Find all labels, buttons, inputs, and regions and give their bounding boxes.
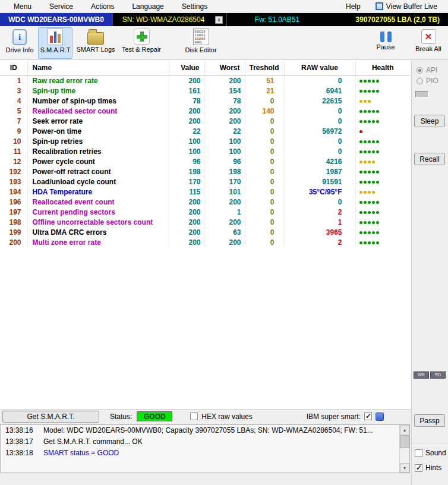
table-row[interactable]: 194HDA Temperature115101035°C/95°F bbox=[0, 187, 410, 197]
attr-name: Load/unload cycle count bbox=[27, 177, 169, 187]
menu-item-actions[interactable]: Actions bbox=[82, 0, 123, 12]
ibm-super-smart-label: IBM super smart: bbox=[307, 412, 361, 421]
drive-info-button[interactable]: i Drive Info bbox=[2, 27, 37, 59]
menu-item-menu[interactable]: Menu bbox=[5, 0, 40, 12]
health-dot bbox=[368, 80, 371, 83]
attr-health bbox=[355, 227, 410, 237]
break-all-button[interactable]: ✕ Break All bbox=[411, 27, 446, 59]
view-buffer-live-button[interactable]: View Buffer Live bbox=[370, 2, 443, 11]
table-row[interactable]: 198Offline uncorrectable sectors count20… bbox=[0, 217, 410, 227]
drive-info-label: Drive Info bbox=[5, 46, 33, 53]
attr-health bbox=[355, 197, 410, 207]
table-row[interactable]: 7Seek error rate20020000 bbox=[0, 116, 410, 126]
health-dot bbox=[372, 80, 375, 83]
attr-value: 22 bbox=[169, 126, 204, 136]
scrollbar-thumb[interactable] bbox=[400, 435, 409, 448]
ibm-blue-indicator[interactable] bbox=[376, 412, 384, 421]
drive-capacity: 3907027055 LBA (2,0 TB) bbox=[327, 13, 448, 26]
table-row[interactable]: 11Recalibration retries10010000 bbox=[0, 146, 410, 156]
attr-value: 200 bbox=[169, 227, 204, 237]
attr-id: 196 bbox=[0, 197, 27, 207]
health-dot bbox=[372, 160, 375, 163]
activity-led-indicator bbox=[415, 91, 428, 97]
health-dot bbox=[372, 181, 375, 184]
passp-button[interactable]: Passp bbox=[414, 414, 445, 427]
ibm-super-smart-option[interactable]: IBM super smart: bbox=[307, 412, 384, 421]
attr-treshold: 0 bbox=[245, 96, 284, 106]
health-dot bbox=[364, 181, 367, 184]
table-row[interactable]: 1Raw read error rate200200510 bbox=[0, 75, 410, 86]
scroll-down-icon[interactable]: ▼ bbox=[400, 463, 409, 473]
health-dot bbox=[376, 181, 379, 184]
log-scrollbar[interactable]: ▲ ▼ bbox=[399, 425, 409, 473]
table-row[interactable]: 12Power cycle count969604216 bbox=[0, 156, 410, 166]
attr-worst: 154 bbox=[204, 86, 245, 96]
table-row[interactable]: 3Spin-up time161154216941 bbox=[0, 86, 410, 96]
attr-worst: 170 bbox=[204, 177, 245, 187]
rd-tiny-button[interactable]: RD bbox=[430, 371, 446, 379]
sound-option[interactable]: Sound bbox=[415, 449, 446, 457]
health-dot bbox=[372, 221, 375, 224]
health-dot bbox=[359, 120, 362, 123]
health-dot bbox=[376, 150, 379, 153]
menu-item-service[interactable]: Service bbox=[40, 0, 82, 12]
menu-item-settings[interactable]: Settings bbox=[173, 0, 216, 12]
health-dot bbox=[372, 231, 375, 234]
pio-radio-row[interactable]: PIO bbox=[417, 77, 438, 85]
health-dot bbox=[359, 231, 362, 234]
drive-model-tab[interactable]: WDC WD20EARS-00MVWB0 bbox=[0, 13, 113, 26]
attr-health bbox=[355, 166, 410, 177]
wr-tiny-button[interactable]: WR bbox=[414, 371, 429, 379]
table-row[interactable]: 200Multi zone error rate20020002 bbox=[0, 237, 410, 247]
attr-treshold: 0 bbox=[245, 177, 284, 187]
disk-editor-button[interactable]: 010110 110011 101000 0001 Disk Editor bbox=[179, 27, 222, 59]
table-row[interactable]: 199Ultra DMA CRC errors2006303965 bbox=[0, 227, 410, 237]
attr-treshold: 0 bbox=[245, 136, 284, 146]
hints-option[interactable]: Hints bbox=[415, 464, 441, 472]
get-smart-button[interactable]: Get S.M.A.R.T. bbox=[2, 411, 99, 423]
api-radio[interactable] bbox=[417, 67, 423, 74]
sleep-button[interactable]: Sleep bbox=[414, 115, 445, 127]
health-dot bbox=[364, 201, 367, 204]
ibm-super-smart-checkbox[interactable] bbox=[364, 412, 372, 420]
hex-raw-values-option[interactable]: HEX raw values bbox=[190, 412, 252, 421]
attr-health bbox=[355, 136, 410, 146]
attr-health bbox=[355, 126, 410, 136]
col-header-name: Name bbox=[27, 60, 169, 75]
pio-radio[interactable] bbox=[417, 78, 423, 84]
health-dot bbox=[359, 241, 362, 244]
health-dot bbox=[372, 140, 375, 143]
menu-item-language[interactable]: Language bbox=[123, 0, 172, 12]
table-row[interactable]: 4Number of spin-up times7878022615 bbox=[0, 96, 410, 106]
recall-button[interactable]: Recall bbox=[414, 153, 445, 165]
attr-health bbox=[355, 217, 410, 227]
health-dot bbox=[376, 231, 379, 234]
col-header-raw: RAW value bbox=[284, 60, 355, 75]
smart-button[interactable]: S.M.A.R.T bbox=[38, 27, 72, 59]
scroll-up-icon[interactable]: ▲ bbox=[400, 425, 409, 434]
smart-attributes-table: ID Name Value Worst Treshold RAW value H… bbox=[0, 60, 410, 247]
health-dot bbox=[368, 211, 371, 214]
hints-checkbox[interactable] bbox=[415, 464, 422, 472]
test-repair-button[interactable]: Test & Repair bbox=[118, 27, 165, 59]
menu-item-help[interactable]: Help bbox=[337, 0, 370, 12]
health-dot bbox=[376, 221, 379, 224]
hex-raw-checkbox[interactable] bbox=[190, 412, 198, 420]
sound-checkbox[interactable] bbox=[415, 449, 422, 457]
pause-button[interactable]: Pause bbox=[371, 27, 400, 59]
table-row[interactable]: 10Spin-up retries10010000 bbox=[0, 136, 410, 146]
table-row[interactable]: 193Load/unload cycle count170170091591 bbox=[0, 177, 410, 187]
smart-logs-button[interactable]: SMART Logs bbox=[75, 27, 116, 59]
table-row[interactable]: 9Power-on time2222056972 bbox=[0, 126, 410, 136]
drive-tab-close-icon[interactable]: x bbox=[215, 16, 223, 24]
attr-value: 170 bbox=[169, 177, 204, 187]
api-radio-row[interactable]: API bbox=[417, 66, 437, 74]
table-row[interactable]: 196Reallocated event count20020000 bbox=[0, 197, 410, 207]
health-dot bbox=[364, 140, 367, 143]
table-row[interactable]: 192Power-off retract count19819801987 bbox=[0, 166, 410, 177]
table-row[interactable]: 5Reallocated sector count2002001400 bbox=[0, 106, 410, 116]
pause-icon bbox=[380, 32, 392, 42]
table-row[interactable]: 197Current pending sectors200102 bbox=[0, 207, 410, 217]
attr-health bbox=[355, 116, 410, 126]
attr-value: 200 bbox=[169, 237, 204, 247]
